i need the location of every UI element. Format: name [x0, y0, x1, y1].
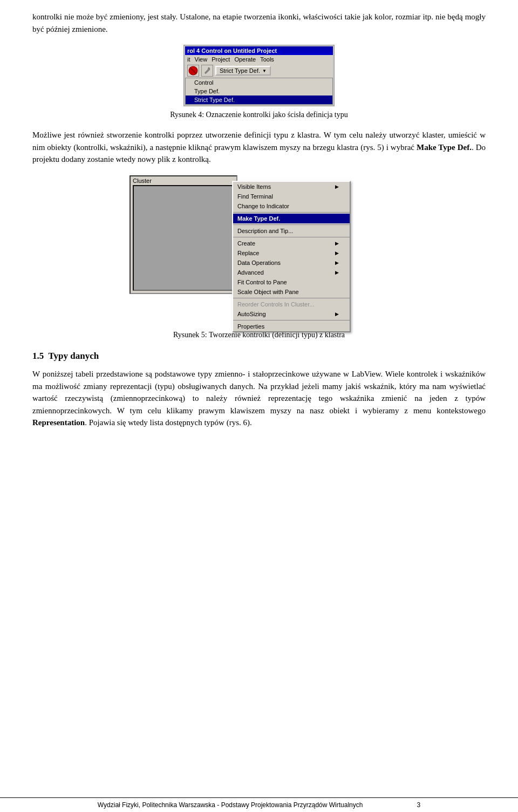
dropdown-arrow-icon: ▼: [262, 69, 267, 73]
ctx-advanced[interactable]: Advanced ▶: [233, 268, 350, 277]
cluster-inner: [133, 185, 234, 291]
cluster-area: Cluster: [130, 175, 237, 294]
section-num: 1.5: [32, 351, 44, 361]
create-arrow-icon: ▶: [335, 241, 339, 246]
ctx-visible-items[interactable]: Visible Items ▶: [233, 182, 350, 192]
data-ops-arrow-icon: ▶: [335, 260, 339, 265]
context-menu: Visible Items ▶ Find Terminal Change to …: [232, 181, 351, 332]
paragraph-3-end: . Pojawia się wtedy lista dostępnych typ…: [85, 418, 252, 427]
cluster-label: Cluster: [133, 178, 152, 184]
menu-it: it: [187, 56, 190, 63]
ctx-scale-object[interactable]: Scale Object with Pane: [233, 287, 350, 297]
replace-arrow-icon: ▶: [335, 250, 339, 256]
ctx-sep-1: [233, 212, 350, 213]
paragraph-2: Możliwe jest również stworzenie kontrolk…: [32, 129, 486, 166]
ctx-find-terminal[interactable]: Find Terminal: [233, 192, 350, 201]
dropdown-label: Strict Type Def.: [220, 67, 260, 74]
ctx-description-tip[interactable]: Description and Tip...: [233, 226, 350, 236]
paragraph-1: kontrolki nie może być zmieniony, jest s…: [32, 11, 486, 35]
footer-text: Wydział Fizyki, Politechnika Warszawska …: [98, 801, 363, 809]
paragraph-2-bold: Make Type Def.: [417, 143, 472, 152]
paragraph-3-text: W poniższej tabeli przedstawione są pods…: [32, 370, 486, 415]
ctx-sep-5: [233, 320, 350, 320]
ctx-create[interactable]: Create ▶: [233, 238, 350, 248]
section-heading-container: 1.5 Typy danych: [32, 349, 486, 363]
ctx-reorder-controls: Reorder Controls In Cluster...: [233, 299, 350, 309]
autosizing-arrow-icon: ▶: [335, 311, 339, 317]
advanced-arrow-icon: ▶: [335, 270, 339, 275]
footer: Wydział Fizyki, Politechnika Warszawska …: [0, 797, 518, 812]
fig4-menu: Control Type Def. Strict Type Def.: [185, 78, 333, 105]
menu-operate: Operate: [234, 56, 256, 63]
arrow-icon: ▶: [335, 184, 339, 189]
paragraph-3: W poniższej tabeli przedstawione są pods…: [32, 368, 486, 429]
figure-5-container: Cluster Visible Items ▶ Find Terminal Ch…: [32, 175, 486, 339]
fig4-menu-typedef[interactable]: Type Def.: [186, 87, 332, 95]
fig4-dropdown[interactable]: Strict Type Def. ▼: [215, 66, 271, 76]
fig4-titlebar: rol 4 Control on Untitled Project: [185, 46, 333, 55]
page-content: kontrolki nie może być zmieniony, jest s…: [0, 0, 518, 477]
ctx-change-to-indicator[interactable]: Change to Indicator: [233, 201, 350, 211]
figure-4-caption: Rysunek 4: Oznaczenie kontrolki jako ści…: [170, 111, 348, 119]
figure-5-screenshot: Cluster Visible Items ▶ Find Terminal Ch…: [130, 175, 388, 326]
fig4-menubar: it View Project Operate Tools: [185, 55, 333, 64]
ctx-data-operations[interactable]: Data Operations ▶: [233, 258, 350, 268]
fig4-menu-stricttypedef[interactable]: Strict Type Def.: [186, 95, 332, 104]
menu-view: View: [195, 56, 208, 63]
ctx-properties[interactable]: Properties: [233, 322, 350, 331]
section-title: Typy danych: [48, 351, 99, 361]
ctx-sep-3: [233, 237, 350, 237]
fig4-toolbar: Strict Type Def. ▼: [185, 64, 333, 78]
ctx-fit-control[interactable]: Fit Control to Pane: [233, 277, 350, 287]
paragraph-3-bold: Representation: [32, 418, 85, 427]
fig4-icon-stop: [187, 65, 199, 77]
ctx-make-type-def[interactable]: Make Type Def.: [233, 214, 350, 223]
ctx-sep-4: [233, 298, 350, 298]
ctx-replace[interactable]: Replace ▶: [233, 248, 350, 258]
ctx-sep-2: [233, 224, 350, 225]
section-heading: 1.5 Typy danych: [32, 351, 99, 361]
fig4-menu-control[interactable]: Control: [186, 78, 332, 87]
footer-page: 3: [417, 801, 420, 809]
figure-4-screenshot: rol 4 Control on Untitled Project it Vie…: [183, 45, 335, 106]
figure-4-container: rol 4 Control on Untitled Project it Vie…: [32, 45, 486, 119]
menu-tools: Tools: [260, 56, 274, 63]
ctx-autosizing[interactable]: AutoSizing ▶: [233, 309, 350, 319]
fig4-icon-wrench: [201, 65, 213, 77]
menu-project: Project: [212, 56, 230, 63]
